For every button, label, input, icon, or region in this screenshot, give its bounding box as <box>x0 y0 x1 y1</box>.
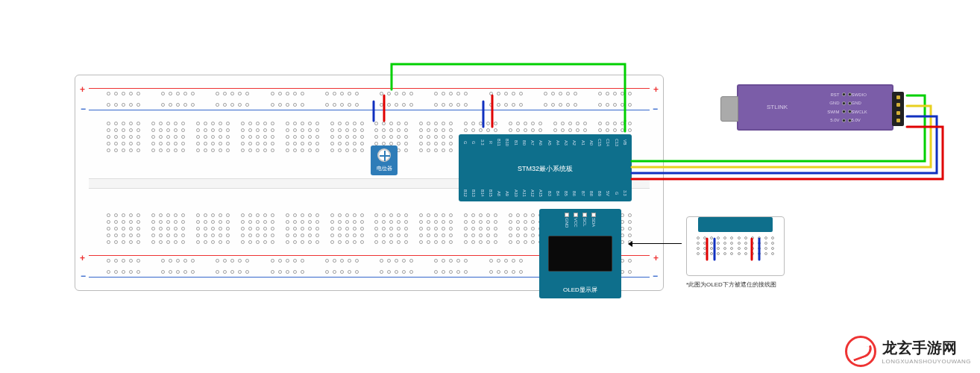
stlink-pins: RSTSWDIOGNDGNDSWIMSWCLK5.0V5.0V <box>805 90 888 125</box>
usb-connector-icon <box>720 96 738 122</box>
stlink-programmer: STLINK RSTSWDIOGNDGNDSWIMSWCLK5.0V5.0V <box>737 84 893 131</box>
watermark-en: LONGXUANSHOUYOUWANG <box>882 358 971 365</box>
oled-wiring-detail <box>686 216 785 276</box>
mcu-bottom-pins: B12B13B14B15A8A9A10A11A12A15B3B4B5B6B7B8… <box>463 189 627 197</box>
detail-arrow <box>629 243 682 244</box>
potentiometer-label: 电位器 <box>371 165 398 172</box>
oled-module: GNDVCCSCLSDA OLED显示屏 <box>539 209 621 298</box>
oled-screen <box>548 236 612 272</box>
detail-caption: *此图为OLED下方被遮住的接线图 <box>686 280 776 289</box>
oled-pins: GNDVCCSCLSDA <box>539 213 621 228</box>
breadboard-top-rail <box>89 86 650 113</box>
oled-label: OLED显示屏 <box>539 286 621 294</box>
potentiometer-knob <box>377 148 391 162</box>
stlink-label: STLINK <box>767 104 788 110</box>
stm32-board: GG3.3RB11B10B1B0A7A6A5A4A3A2A1A0C15C14C1… <box>459 134 632 201</box>
watermark: 龙玄手游网 LONGXUANSHOUYOUWANG <box>845 336 971 367</box>
watermark-cn: 龙玄手游网 <box>882 338 971 358</box>
stlink-header <box>892 92 904 126</box>
watermark-logo-icon <box>845 336 876 367</box>
mcu-label: STM32最小系统板 <box>459 164 632 174</box>
potentiometer: 电位器 <box>371 145 398 175</box>
mcu-top-pins: GG3.3RB11B10B1B0A7A6A5A4A3A2A1A0C15C14C1… <box>463 139 627 146</box>
